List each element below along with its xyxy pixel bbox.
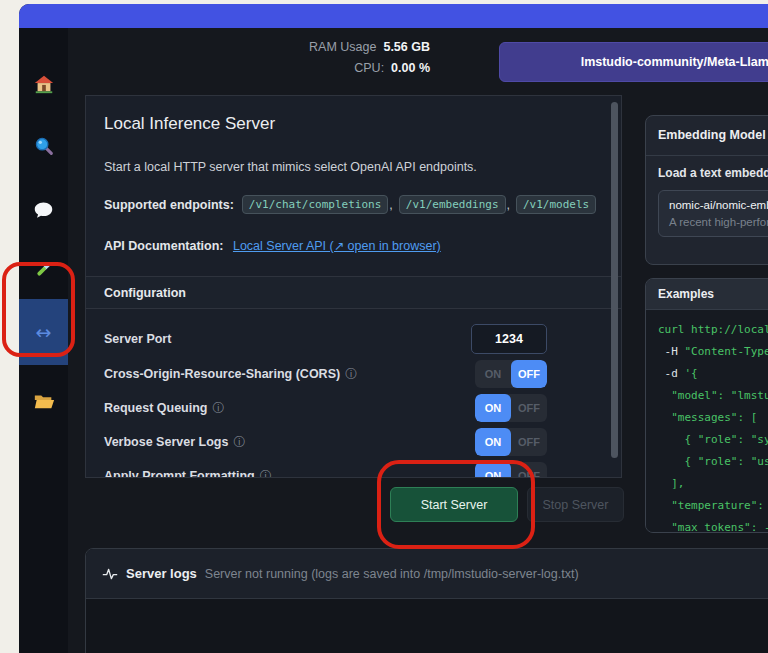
left-right-arrows-icon: ↔ <box>36 321 52 343</box>
cors-label: Cross-Origin-Resource-Sharing (CORS)ⓘ <box>104 366 357 383</box>
server-logs-title: Server logs <box>126 566 197 581</box>
activity-icon <box>102 566 118 582</box>
code-line: { "role": "system", "content": "Always" … <box>658 429 768 451</box>
configuration-header: Configuration <box>86 276 622 309</box>
toggle-off[interactable]: OFF <box>511 428 547 456</box>
supported-endpoints: Supported endpoints: /v1/chat/completion… <box>104 195 596 214</box>
endpoint-badge: /v1/chat/completions <box>242 195 388 214</box>
code-line: curl http://localhost:1234/v1/chat/compl… <box>658 319 768 341</box>
toggle-on[interactable]: ON <box>475 394 511 422</box>
config-row-prompt-formatting: Apply Prompt Formattingⓘ ON OFF <box>104 460 605 478</box>
request-queuing-toggle[interactable]: ON OFF <box>475 394 547 422</box>
sidebar-item-chat[interactable] <box>19 187 68 231</box>
embedding-model-subtitle: A recent high-performing embedding model <box>669 216 768 228</box>
embedding-description: Load a text embedding model <box>658 166 768 180</box>
home-icon <box>33 73 55 95</box>
endpoints-label: Supported endpoints: <box>104 198 234 212</box>
config-row-request-queuing: Request Queuingⓘ ON OFF <box>104 392 605 424</box>
endpoint-badge: /v1/models <box>516 195 596 214</box>
server-port-input[interactable] <box>471 324 547 354</box>
topbar: RAM Usage 5.56 GB CPU: 0.00 % lmstudio-c… <box>68 28 768 90</box>
ram-usage: RAM Usage 5.56 GB <box>309 37 430 58</box>
server-logs-header: Server logs Server not running (logs are… <box>86 549 768 599</box>
embedding-card-header: Embedding Model Settings <box>646 116 768 156</box>
stop-server-button[interactable]: Stop Server <box>527 487 624 522</box>
toggle-on[interactable]: ON <box>475 462 511 478</box>
code-line: -H "Content-Type: application/json" \ <box>658 341 768 363</box>
chat-icon <box>33 199 54 220</box>
sidebar: ↔ <box>19 28 68 653</box>
verbose-logs-toggle[interactable]: ON OFF <box>475 428 547 456</box>
window-titlebar <box>19 4 768 28</box>
sidebar-item-search[interactable] <box>19 124 68 168</box>
api-doc-label: API Documentation: <box>104 239 223 253</box>
sidebar-item-local-server[interactable]: ↔ <box>19 299 68 365</box>
info-icon: ⓘ <box>233 435 245 449</box>
info-icon: ⓘ <box>345 367 357 381</box>
sidebar-item-home[interactable] <box>19 62 68 106</box>
code-line: "messages": [ <box>658 407 768 429</box>
search-icon <box>33 135 55 157</box>
sidebar-item-my-models[interactable] <box>19 379 68 423</box>
code-line: "temperature": 0.7, <box>658 495 768 517</box>
toggle-off[interactable]: OFF <box>511 360 547 388</box>
sidebar-item-playground[interactable] <box>19 247 68 291</box>
curl-example-code[interactable]: curl http://localhost:1234/v1/chat/compl… <box>646 310 768 533</box>
code-line: "max_tokens": -1, <box>658 517 768 533</box>
prompt-formatting-label: Apply Prompt Formattingⓘ <box>104 468 272 479</box>
toggle-off[interactable]: OFF <box>511 394 547 422</box>
folder-icon <box>33 390 55 412</box>
server-logs-status: Server not running (logs are saved into … <box>205 567 579 581</box>
embedding-model-box[interactable]: nomic-ai/nomic-embed-text-v1.5-GGUF A re… <box>658 190 768 237</box>
code-line: ], <box>658 473 768 495</box>
endpoint-separator: , <box>389 198 392 212</box>
server-logs-section: Server logs Server not running (logs are… <box>85 548 768 653</box>
request-queuing-label: Request Queuingⓘ <box>104 400 224 417</box>
server-port-label: Server Port <box>104 332 171 346</box>
examples-header: Examples <box>646 279 768 310</box>
endpoint-separator: , <box>507 198 510 212</box>
embedding-model-card: Embedding Model Settings Load a text emb… <box>645 115 768 265</box>
server-logs-body <box>86 599 768 653</box>
prompt-formatting-toggle[interactable]: ON OFF <box>475 462 547 478</box>
cpu-usage-value: 0.00 % <box>391 61 430 75</box>
toggle-on[interactable]: ON <box>475 428 511 456</box>
config-row-server-port: Server Port <box>104 323 605 355</box>
info-icon: ⓘ <box>212 401 224 415</box>
config-scrollbar[interactable] <box>611 102 618 458</box>
api-documentation: API Documentation: Local Server API (↗ o… <box>104 238 441 253</box>
local-server-panel: Local Inference Server Start a local HTT… <box>85 95 622 478</box>
info-icon: ⓘ <box>260 469 272 479</box>
page-title: Local Inference Server <box>104 114 275 134</box>
config-row-verbose-logs: Verbose Server Logsⓘ ON OFF <box>104 426 605 458</box>
embedding-model-name: nomic-ai/nomic-embed-text-v1.5-GGUF <box>669 199 768 211</box>
examples-card: Examples curl http://localhost:1234/v1/c… <box>645 278 768 533</box>
code-line: "model": "lmstudio-community/Meta-Llama-… <box>658 385 768 407</box>
ram-usage-label: RAM Usage <box>309 40 376 54</box>
config-row-cors: Cross-Origin-Resource-Sharing (CORS)ⓘ ON… <box>104 358 605 390</box>
endpoint-badge: /v1/embeddings <box>399 195 506 214</box>
toggle-off[interactable]: OFF <box>511 462 547 478</box>
cpu-usage-label: CPU: <box>354 61 384 75</box>
code-line: -d '{ <box>658 363 768 385</box>
start-server-button[interactable]: Start Server <box>390 487 518 522</box>
app-window: ↔ RAM Usage 5.56 GB CPU: 0.00 % lmstudio… <box>19 4 768 653</box>
toggle-on[interactable]: ON <box>475 360 511 388</box>
ram-usage-value: 5.56 GB <box>383 40 430 54</box>
cors-toggle[interactable]: ON OFF <box>475 360 547 388</box>
test-tube-icon <box>33 259 54 280</box>
embedding-card-body: Load a text embedding model nomic-ai/nom… <box>646 156 768 247</box>
system-stats: RAM Usage 5.56 GB CPU: 0.00 % <box>309 37 430 79</box>
page-description: Start a local HTTP server that mimics se… <box>104 160 477 174</box>
loaded-model-button[interactable]: lmstudio-community/Meta-Llama-3-8B-Instr… <box>499 42 768 82</box>
api-doc-link[interactable]: Local Server API (↗ open in browser) <box>233 239 441 253</box>
verbose-logs-label: Verbose Server Logsⓘ <box>104 434 245 451</box>
cpu-usage: CPU: 0.00 % <box>309 58 430 79</box>
code-line: { "role": "user", "content": "Hi." } <box>658 451 768 473</box>
